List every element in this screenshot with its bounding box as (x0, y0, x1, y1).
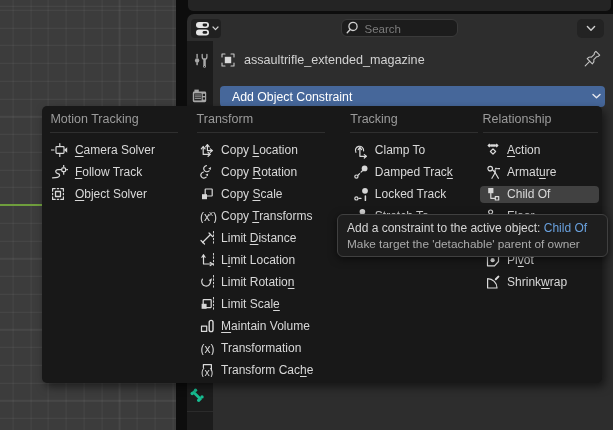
svg-text:(x): (x) (201, 366, 213, 377)
svg-text:): ) (213, 210, 217, 224)
svg-text:(x): (x) (201, 342, 215, 356)
